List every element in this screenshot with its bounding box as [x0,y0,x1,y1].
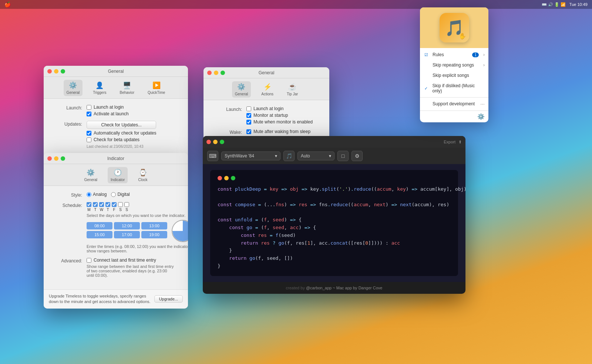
analog-radio[interactable] [87,192,91,197]
theme-label: SynthWave '84 [225,153,254,159]
menubar-left: 🍎 [4,1,11,7]
traffic-lights-2 [207,71,225,75]
settings-btn[interactable]: ⚙ [352,151,363,161]
day-tue: T [93,202,98,212]
carbon-app-link[interactable]: @carbon_app ~ Mac app by Danger Cove [306,286,383,290]
time-19-00[interactable]: 19:00 [141,231,167,238]
day-fri-checkbox[interactable] [112,202,117,207]
tab-actions[interactable]: ⚡ Actions [258,81,276,98]
max-btn-1[interactable] [61,69,65,74]
connect-last-row: Connect last and first time entry [87,258,175,263]
upgrade-bar: Upgrade Timeless to toggle weekdays, spe… [44,289,188,309]
digital-radio[interactable] [111,192,116,197]
monitor-startup-checkbox[interactable] [246,113,251,118]
close-btn-2[interactable] [207,71,212,75]
min-btn-1[interactable] [54,69,58,74]
share-button[interactable]: ⬆ [458,140,462,144]
schedule-label: Schedule: [53,202,82,208]
launch-at-login-2-checkbox[interactable] [246,106,251,111]
schedule-row: Schedule: M T W [53,202,179,253]
wake-label: Wake: [212,129,242,135]
tab-behavior[interactable]: 🖥️ Behavior [117,80,137,96]
check-updates-btn[interactable]: Check for Updates... [87,121,156,129]
code-line-9: } [218,262,451,270]
inner-traffic-lights [218,176,451,180]
traffic-lights-3 [47,156,65,161]
day-mon: M [87,202,91,212]
activate-at-launch-checkbox[interactable] [87,112,91,116]
auto-check-checkbox[interactable] [87,131,91,136]
day-wed-checkbox[interactable] [99,202,104,207]
tab-general-2[interactable]: ⚙️ General [232,81,251,98]
gear-button[interactable]: ⚙️ [477,113,485,120]
carbon-toolbar-right: Export ⬆ [444,140,462,144]
connect-last-checkbox[interactable] [87,258,91,263]
schedule-days: M T W T F [87,202,188,212]
carbon-close-btn[interactable] [206,140,211,144]
carbon-min-btn[interactable] [213,140,218,144]
mute-monitor-row: Mute when monitor is enabled [246,119,313,125]
select-days-text: Select the days on which you want to use… [87,213,188,218]
indicator-tab-bar: ⚙️ General 🕐 Indicator ⌚ Clock [44,164,188,186]
tab-clock[interactable]: ⌚ Clock [135,167,150,183]
tab-general-ind[interactable]: ⚙️ General [81,167,101,183]
popup-item-skip-repeating[interactable]: Skip repeating songs › [420,60,488,70]
day-thu-checkbox[interactable] [105,202,110,207]
show-range-text: Show range between the last and first ti… [87,264,175,278]
code-line-blank-2 [218,208,451,216]
day-sat: S [118,202,123,212]
updates-controls: Check for Updates... Automatically check… [87,121,156,149]
close-btn-3[interactable] [47,156,52,161]
export-button[interactable]: Export [444,140,455,144]
time-12-00[interactable]: 12:00 [114,222,140,229]
code-editor: const pluckDeep = key => obj => key.spli… [210,170,458,276]
tab-general-1[interactable]: ⚙️ General [64,80,83,96]
rules-badge: 1 [472,52,479,57]
min-btn-2[interactable] [214,71,218,75]
time-13-00[interactable]: 13:00 [141,222,167,229]
popup-footer: ⚙️ [420,110,488,122]
day-mon-checkbox[interactable] [87,202,91,207]
day-tue-checkbox[interactable] [93,202,98,207]
code-line-1: const pluckDeep = key => obj => key.spli… [218,186,451,193]
theme-selector[interactable]: SynthWave '84 ▾ [221,152,280,160]
popup-item-skip-disliked[interactable]: ✓ Skip if disliked (Music only) [420,81,488,96]
day-sat-checkbox[interactable] [118,202,123,207]
max-btn-3[interactable] [61,156,65,161]
popup-item-support[interactable]: Support development ··· [420,99,488,109]
general-icon: ⚙️ [69,81,77,89]
mute-wake-checkbox[interactable] [246,129,251,134]
max-btn-2[interactable] [221,71,225,75]
menubar: 🍎 ⌨️ 🔊 🔋 📶 Tue 10:49 [0,0,592,9]
time-08-00[interactable]: 08:00 [87,222,112,229]
tab-tipjar[interactable]: ☕ Tip Jar [284,81,301,98]
day-sun-checkbox[interactable] [124,202,129,207]
code-line-2: const compose = (...fns) => res => fns.r… [218,201,451,209]
skip-repeating-arrow: › [483,62,485,68]
color-picker-btn[interactable]: □ [337,151,349,161]
spotify-icon-btn[interactable]: 🎵 [283,151,295,161]
beta-check-checkbox[interactable] [87,137,91,142]
launch-at-login-checkbox[interactable] [87,105,91,110]
time-17-00[interactable]: 17:00 [114,231,140,238]
popup-item-skip-explicit[interactable]: Skip explicit songs [420,70,488,81]
time-15-00[interactable]: 15:00 [87,231,112,238]
tab-triggers[interactable]: 👤 Triggers [90,80,109,96]
terminal-icon-btn[interactable]: ⌨ [207,151,218,161]
popup-item-rules[interactable]: ☑ Rules 1 › [420,50,488,60]
tab-indicator[interactable]: 🕐 Indicator [108,167,128,183]
min-btn-3[interactable] [54,156,58,161]
language-selector[interactable]: Auto ▾ [297,152,334,160]
close-btn-1[interactable] [47,69,52,74]
window-title-2: General [259,70,275,75]
launch-at-login-row-2: Launch at login [246,106,313,111]
wake-row: Wake: Mute after waking from sleep [212,129,320,135]
tab-quicktime[interactable]: ▶️ QuickTime [145,80,168,96]
carbon-titlebar: Export ⬆ [203,136,465,148]
upgrade-text: Upgrade Timeless to toggle weekdays, spe… [49,293,154,305]
carbon-max-btn[interactable] [220,140,224,144]
time-clock-container: 08:00 12:00 13:00 15:00 17:00 19:00 [87,220,188,242]
upgrade-btn[interactable]: Upgrade... [154,295,183,303]
wake-controls: Mute after waking from sleep [246,129,310,134]
mute-monitor-checkbox[interactable] [246,120,251,125]
